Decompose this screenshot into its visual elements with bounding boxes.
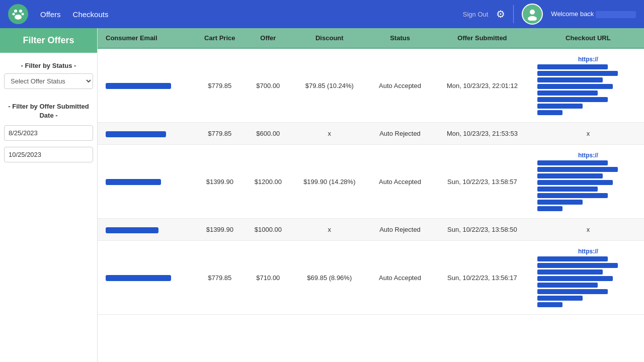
svg-point-3 bbox=[22, 13, 24, 16]
email-cell bbox=[98, 219, 195, 241]
filter-status-label: - Filter by Status - bbox=[0, 53, 97, 73]
email-cell bbox=[98, 123, 195, 145]
offer-cell: $1000.00 bbox=[245, 219, 291, 241]
status-cell: Auto Accepted bbox=[368, 145, 432, 219]
table-row: $1399.90$1200.00$199.90 (14.28%)Auto Acc… bbox=[98, 145, 644, 219]
submitted-cell: Sun, 10/22/23, 13:56:17 bbox=[432, 241, 532, 315]
cart-price-cell: $779.85 bbox=[195, 241, 246, 315]
main-content: Consumer Email Cart Price Offer Discount… bbox=[98, 28, 644, 362]
cart-price-cell: $779.85 bbox=[195, 123, 246, 145]
status-filter-select[interactable]: Select Offer Status Auto Accepted Auto R… bbox=[4, 73, 93, 89]
svg-point-2 bbox=[13, 13, 15, 16]
table-row: $779.85$710.00$69.85 (8.96%)Auto Accepte… bbox=[98, 241, 644, 315]
date-end-input[interactable] bbox=[4, 147, 93, 162]
col-offer: Offer bbox=[245, 28, 291, 48]
email-cell bbox=[98, 48, 195, 123]
sidebar-title: Filter Offers bbox=[0, 28, 97, 53]
table-body: $779.85$700.00$79.85 (10.24%)Auto Accept… bbox=[98, 48, 644, 315]
col-status: Status bbox=[368, 28, 432, 48]
main-layout: Filter Offers - Filter by Status - Selec… bbox=[0, 28, 644, 362]
table-row: $779.85$700.00$79.85 (10.24%)Auto Accept… bbox=[98, 48, 644, 123]
submitted-cell: Sun, 10/22/23, 13:58:50 bbox=[432, 219, 532, 241]
email-cell bbox=[98, 241, 195, 315]
offer-cell: $710.00 bbox=[245, 241, 291, 315]
col-consumer-email: Consumer Email bbox=[98, 28, 195, 48]
sidebar: Filter Offers - Filter by Status - Selec… bbox=[0, 28, 98, 362]
user-avatar bbox=[522, 4, 543, 25]
sign-out-link[interactable]: Sign Out bbox=[463, 11, 489, 18]
svg-point-6 bbox=[528, 16, 537, 21]
checkout-url-cell: x bbox=[532, 123, 644, 145]
col-offer-submitted: Offer Submitted bbox=[432, 28, 532, 48]
table-row: $779.85$600.00xAuto RejectedMon, 10/23/2… bbox=[98, 123, 644, 145]
status-cell: Auto Accepted bbox=[368, 48, 432, 123]
submitted-cell: Sun, 10/22/23, 13:58:57 bbox=[432, 145, 532, 219]
date-start-input[interactable] bbox=[4, 125, 93, 141]
navbar: Offers Checkouts Sign Out ⚙ Welcome back bbox=[0, 0, 644, 28]
checkout-url-cell: https:// bbox=[532, 145, 644, 219]
discount-cell: x bbox=[291, 219, 368, 241]
cart-price-cell: $1399.90 bbox=[195, 145, 246, 219]
checkout-url-cell: https:// bbox=[532, 48, 644, 123]
discount-cell: $69.85 (8.96%) bbox=[291, 241, 368, 315]
svg-point-0 bbox=[14, 10, 17, 13]
col-discount: Discount bbox=[291, 28, 368, 48]
svg-point-5 bbox=[530, 10, 535, 15]
svg-point-4 bbox=[15, 15, 22, 20]
col-cart-price: Cart Price bbox=[195, 28, 246, 48]
cart-price-cell: $779.85 bbox=[195, 48, 246, 123]
offer-cell: $1200.00 bbox=[245, 145, 291, 219]
status-cell: Auto Rejected bbox=[368, 123, 432, 145]
discount-cell: $79.85 (10.24%) bbox=[291, 48, 368, 123]
table-header: Consumer Email Cart Price Offer Discount… bbox=[98, 28, 644, 48]
offer-cell: $700.00 bbox=[245, 48, 291, 123]
status-cell: Auto Accepted bbox=[368, 241, 432, 315]
navbar-right: Sign Out ⚙ Welcome back bbox=[463, 4, 636, 25]
welcome-text: Welcome back bbox=[551, 10, 636, 18]
offers-table: Consumer Email Cart Price Offer Discount… bbox=[98, 28, 644, 315]
col-checkout-url: Checkout URL bbox=[532, 28, 644, 48]
filter-date-label: - Filter by Offer Submitted Date - bbox=[0, 97, 97, 125]
nav-offers[interactable]: Offers bbox=[40, 10, 61, 19]
brand-logo bbox=[8, 4, 28, 24]
svg-point-1 bbox=[19, 10, 22, 13]
email-cell bbox=[98, 145, 195, 219]
submitted-cell: Mon, 10/23/23, 22:01:12 bbox=[432, 48, 532, 123]
nav-divider bbox=[513, 5, 514, 23]
cart-price-cell: $1399.90 bbox=[195, 219, 246, 241]
discount-cell: x bbox=[291, 123, 368, 145]
status-cell: Auto Rejected bbox=[368, 219, 432, 241]
checkout-url-cell: https:// bbox=[532, 241, 644, 315]
settings-icon[interactable]: ⚙ bbox=[496, 8, 505, 20]
checkout-url-cell: x bbox=[532, 219, 644, 241]
discount-cell: $199.90 (14.28%) bbox=[291, 145, 368, 219]
username-blur bbox=[596, 11, 636, 18]
submitted-cell: Mon, 10/23/23, 21:53:53 bbox=[432, 123, 532, 145]
offer-cell: $600.00 bbox=[245, 123, 291, 145]
nav-checkouts[interactable]: Checkouts bbox=[73, 10, 109, 19]
table-row: $1399.90$1000.00xAuto RejectedSun, 10/22… bbox=[98, 219, 644, 241]
